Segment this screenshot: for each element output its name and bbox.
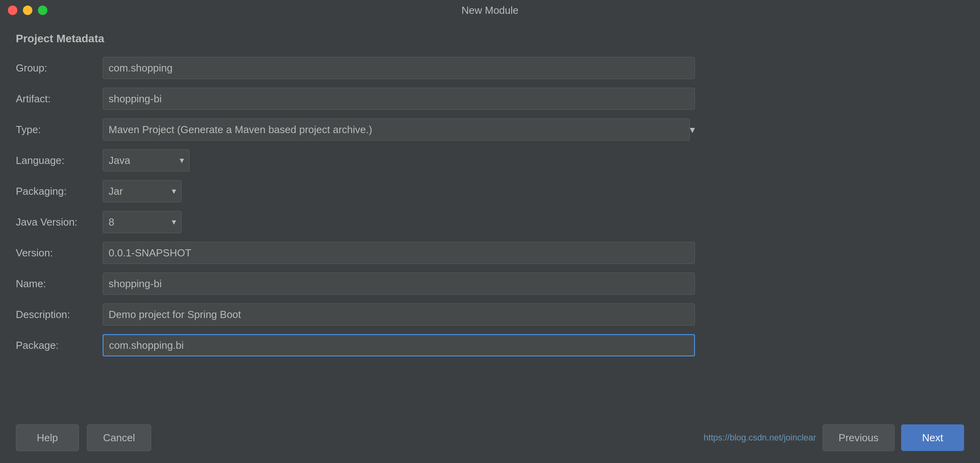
packaging-label: Packaging: [16, 185, 103, 198]
footer-left: Help Cancel [16, 424, 151, 451]
language-select[interactable]: Java Kotlin Groovy [103, 149, 190, 171]
footer: Help Cancel https://blog.csdn.net/joincl… [0, 416, 980, 463]
close-button[interactable] [8, 6, 17, 15]
maximize-button[interactable] [38, 6, 47, 15]
description-row: Description: [16, 303, 964, 326]
minimize-button[interactable] [23, 6, 32, 15]
version-input[interactable] [103, 242, 695, 264]
version-label: Version: [16, 247, 103, 259]
package-input[interactable] [103, 334, 695, 356]
help-button[interactable]: Help [16, 424, 79, 451]
java-version-label: Java Version: [16, 216, 103, 228]
name-input[interactable] [103, 273, 695, 295]
section-title: Project Metadata [16, 32, 964, 45]
java-version-select[interactable]: 8 11 17 21 [103, 211, 182, 233]
artifact-row: Artifact: [16, 88, 964, 110]
package-row: Package: [16, 334, 964, 356]
previous-button[interactable]: Previous [822, 424, 895, 451]
artifact-label: Artifact: [16, 93, 103, 105]
description-label: Description: [16, 309, 103, 321]
form-area: Group: Artifact: Type: Maven Project (Ge… [16, 57, 964, 365]
type-select[interactable]: Maven Project (Generate a Maven based pr… [103, 119, 690, 141]
group-row: Group: [16, 57, 964, 79]
description-input[interactable] [103, 303, 695, 326]
artifact-input[interactable] [103, 88, 695, 110]
language-label: Language: [16, 154, 103, 167]
traffic-lights [8, 6, 47, 15]
name-row: Name: [16, 273, 964, 295]
next-button[interactable]: Next [901, 424, 964, 451]
window: New Module Project Metadata Group: Artif… [0, 0, 980, 463]
packaging-select[interactable]: Jar War [103, 180, 182, 202]
type-select-wrapper: Maven Project (Generate a Maven based pr… [103, 119, 695, 141]
packaging-select-wrapper: Jar War ▾ [103, 180, 182, 202]
java-version-select-wrapper: 8 11 17 21 ▾ [103, 211, 182, 233]
java-version-row: Java Version: 8 11 17 21 ▾ [16, 211, 964, 233]
main-content: Project Metadata Group: Artifact: Type: … [0, 21, 980, 416]
language-row: Language: Java Kotlin Groovy ▾ [16, 149, 964, 171]
type-row: Type: Maven Project (Generate a Maven ba… [16, 119, 964, 141]
group-input[interactable] [103, 57, 695, 79]
footer-right: https://blog.csdn.net/joinclear Previous… [704, 424, 964, 451]
name-label: Name: [16, 278, 103, 290]
attribution-link[interactable]: https://blog.csdn.net/joinclear [704, 433, 816, 443]
language-select-wrapper: Java Kotlin Groovy ▾ [103, 149, 190, 171]
type-chevron-icon: ▾ [690, 124, 695, 136]
package-label: Package: [16, 339, 103, 352]
window-title: New Module [462, 4, 519, 17]
packaging-row: Packaging: Jar War ▾ [16, 180, 964, 202]
type-label: Type: [16, 124, 103, 136]
title-bar: New Module [0, 0, 980, 21]
version-row: Version: [16, 242, 964, 264]
cancel-button[interactable]: Cancel [87, 424, 151, 451]
group-label: Group: [16, 62, 103, 74]
